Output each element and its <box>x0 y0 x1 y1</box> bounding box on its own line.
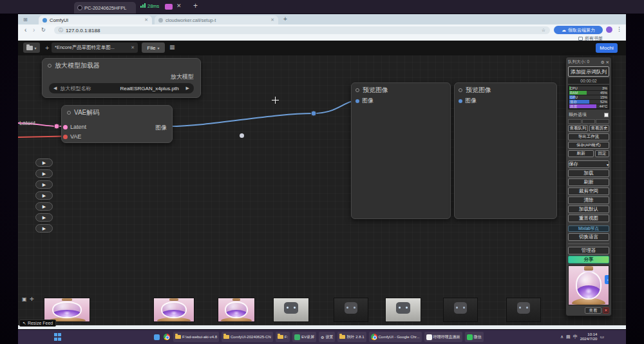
mochi-button[interactable]: Mochi <box>596 43 618 53</box>
extra-options-row[interactable]: 额外选项 <box>568 111 609 118</box>
output-port-icon[interactable] <box>240 133 244 138</box>
taskbar-edge-icon[interactable] <box>153 332 160 342</box>
next-arrow-icon[interactable]: ▶ <box>186 86 189 91</box>
reset-view-button[interactable]: 重置视图 <box>568 215 609 222</box>
taskbar-folder-window[interactable]: F: <box>276 332 290 342</box>
taskbar-wechat[interactable]: 微信 <box>465 332 484 342</box>
collapse-dot-icon[interactable] <box>355 88 359 92</box>
node-upscale-model-loader[interactable]: 放大模型加载器 放大模型 ◀ 放大模型名称 RealESRGAN_x4plus.… <box>42 58 201 98</box>
reload-icon[interactable]: ↻ <box>41 26 46 33</box>
close-gallery-icon[interactable]: ✕ <box>603 307 609 314</box>
taskbar-chrome-window[interactable]: ComfyUI - Google Chr... <box>369 332 422 342</box>
browser-menu-icon[interactable]: ⋮ <box>616 26 622 32</box>
pin-button[interactable]: 固定 <box>595 150 609 157</box>
feed-thumbnail[interactable] <box>385 298 421 322</box>
refresh-button[interactable]: 刷新 <box>568 178 609 186</box>
share-button[interactable]: 分享 <box>568 256 609 263</box>
taskbar-clock[interactable]: 10:14 2024/7/20 <box>580 332 598 341</box>
view-image-button[interactable]: 查看 <box>585 307 601 314</box>
layout-grid-icon[interactable]: ▦ <box>169 44 175 50</box>
collapsed-node[interactable]: ▶ <box>35 191 53 200</box>
queue-prompt-button[interactable]: 添加提示词队列 <box>568 66 609 77</box>
node-header[interactable]: 预览图像 <box>455 83 556 95</box>
address-bar[interactable]: ⓘ 127.0.0.1:8188 ☆ <box>54 26 550 34</box>
profile-avatar[interactable] <box>605 26 613 33</box>
workflow-new-tab-button[interactable]: ＋ <box>44 43 50 52</box>
feed-thumbnail[interactable] <box>506 298 541 322</box>
browser-tab-secondary[interactable]: cloudworker.call/setup-t ✕ <box>155 15 278 24</box>
workflow-tab[interactable]: *Encore产品草图特定单图... ✕ <box>52 43 138 53</box>
feed-pin-icon[interactable]: ✛ <box>30 296 34 302</box>
taskbar-settings[interactable]: ⚙设置 <box>319 332 335 342</box>
feed-thumbnail[interactable] <box>334 298 368 322</box>
workflow-folder-button[interactable]: ▾ <box>23 43 40 53</box>
workflow-tab-close-icon[interactable]: ✕ <box>131 45 135 50</box>
feed-thumbnail[interactable] <box>153 298 194 322</box>
taskbar-chrome-icon[interactable] <box>163 332 171 342</box>
node-preview-image-2[interactable]: 预览图像 图像 <box>454 82 557 219</box>
clear-button[interactable]: 清除 <box>568 196 609 204</box>
prev-arrow-icon[interactable]: ◀ <box>53 86 57 91</box>
back-icon[interactable]: ‹ <box>24 26 26 33</box>
ime-language-icon[interactable]: 中 <box>573 334 578 340</box>
browser-new-tab-button[interactable]: + <box>283 15 287 23</box>
feed-image-icon[interactable]: ▣ <box>22 296 27 302</box>
site-info-icon[interactable]: ⓘ <box>59 27 63 33</box>
collapse-dot-icon[interactable] <box>459 88 462 92</box>
load-button[interactable]: 加载 <box>568 169 609 177</box>
feed-thumbnail[interactable] <box>273 298 309 322</box>
taskbar-folder-window[interactable]: F:\sd-webui-aki-v4.8 <box>173 332 219 342</box>
remote-new-tab-button[interactable]: + <box>193 1 198 10</box>
feed-thumbnail[interactable] <box>44 298 90 322</box>
save-button[interactable]: 保存▾ <box>568 160 609 168</box>
image-port-icon[interactable] <box>355 99 359 103</box>
collapsed-node[interactable]: ▶ <box>35 224 53 233</box>
cloud-promo-button[interactable]: ☁ 领取云端算力 <box>554 26 603 34</box>
remote-session-tab[interactable]: PC-20240625HFPL <box>74 2 136 14</box>
view-history-button[interactable]: 查看历史 <box>589 125 609 132</box>
settings-gear-icon[interactable]: ⚙ <box>601 60 605 65</box>
collapsed-node[interactable]: ▶ <box>35 180 53 189</box>
tab-close-icon[interactable]: ✕ <box>270 17 274 23</box>
view-queue-button[interactable]: 查看队列 <box>568 125 588 132</box>
feed-thumbnail[interactable] <box>218 298 255 322</box>
thumbnail-badge-icon[interactable]: › <box>605 275 609 284</box>
tab-group-icon[interactable]: ⊞ <box>23 17 28 23</box>
vae-port-icon[interactable] <box>63 135 68 139</box>
start-button[interactable] <box>54 333 62 341</box>
node-header[interactable]: 放大模型加载器 <box>43 59 200 73</box>
forward-icon[interactable]: › <box>33 26 35 33</box>
image-port-icon[interactable] <box>459 99 462 103</box>
remote-tab-close-icon[interactable]: ✕ <box>176 3 182 9</box>
collapsed-node[interactable]: ▶ <box>35 202 53 211</box>
menu-close-icon[interactable]: ✕ <box>606 60 609 65</box>
tray-expand-icon[interactable]: ∧ <box>560 334 564 339</box>
latent-port-icon[interactable] <box>63 125 68 129</box>
model-name-widget[interactable]: ◀ 放大模型名称 RealESRGAN_x4plus.pth ▶ <box>49 83 194 93</box>
export-workflow-button[interactable]: 导出工作流 <box>568 133 609 140</box>
tab-close-icon[interactable]: ✕ <box>144 17 148 23</box>
collapse-dot-icon[interactable] <box>67 111 71 115</box>
node-preview-image-1[interactable]: 预览图像 图像 <box>351 82 451 219</box>
file-menu-button[interactable]: File ▾ <box>142 43 165 53</box>
clipspace-button[interactable]: 裁剪空间 <box>568 187 609 195</box>
manager-button[interactable]: 管理器 <box>568 247 609 254</box>
resize-feed-tooltip[interactable]: ↖ Resize Feed <box>19 320 56 327</box>
feed-thumbnail[interactable] <box>443 298 478 322</box>
collapsed-node[interactable]: ▶ <box>35 158 53 167</box>
taskbar-bilibili-live[interactable]: 哔哩哔哩直播姬 <box>424 332 462 342</box>
taskbar-folder-window[interactable]: ComfyUI-20240625-CN <box>222 332 273 342</box>
monitor-settings-buttons[interactable] <box>568 119 609 124</box>
node-header[interactable]: 预览图像 <box>352 83 450 95</box>
network-icon[interactable]: ▤ <box>566 334 571 339</box>
load-default-button[interactable]: 加载默认 <box>568 205 609 213</box>
save-api-button[interactable]: 保存(API格式) <box>568 142 609 149</box>
switch-language-button[interactable]: 切换语言 <box>568 233 609 241</box>
collapse-dot-icon[interactable] <box>48 64 52 68</box>
bookmark-star-icon[interactable]: ☆ <box>542 28 545 33</box>
latest-result-thumbnail[interactable]: › <box>568 265 609 305</box>
taskbar-ev-recorder[interactable]: EV录屏 <box>292 332 316 342</box>
refresh-page-button[interactable]: 刷新 <box>568 150 594 157</box>
mixlab-nodes-button[interactable]: Mixlab节点 <box>568 225 609 232</box>
collapsed-node[interactable]: ▶ <box>35 169 53 178</box>
